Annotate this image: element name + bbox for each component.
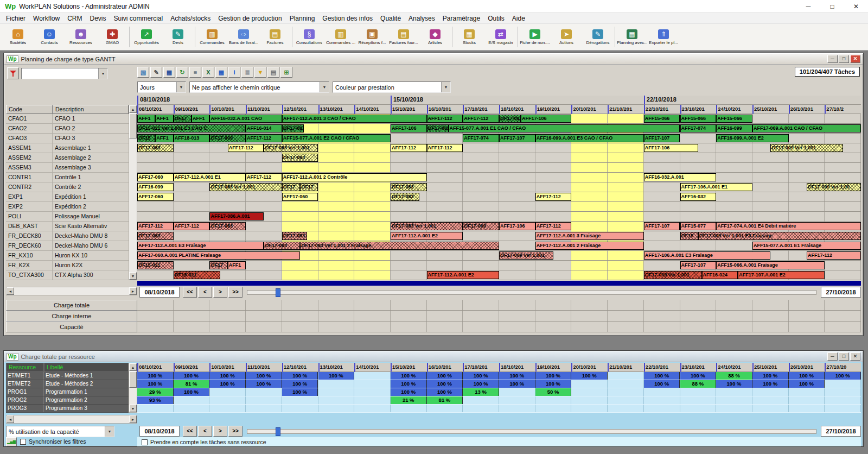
gantt-bar[interactable]: OF17 bbox=[300, 183, 318, 191]
gantt-bar[interactable]: AFF17-112 bbox=[228, 144, 264, 152]
resource-row-et-met2[interactable]: ET/MET2Etude - Méthodes 2 bbox=[6, 380, 129, 388]
gantt-bar[interactable]: AFF17-112 bbox=[427, 115, 463, 123]
gantt-bar[interactable]: AFF1 bbox=[228, 261, 246, 269]
gantt-bar[interactable]: AFF17-112 bbox=[463, 115, 499, 123]
app-minimize-button[interactable]: ─ bbox=[796, 0, 820, 12]
gantt-bar[interactable]: OF17-083 bbox=[137, 232, 174, 240]
resource-close-button[interactable]: ✕ bbox=[850, 352, 860, 361]
machine-row-contr1[interactable]: CONTR1Contrôle 1 bbox=[6, 173, 129, 182]
code-column-header[interactable]: Code bbox=[6, 105, 53, 114]
machine-row-assem2[interactable]: ASSEM2Assemblage 2 bbox=[6, 153, 129, 163]
machine-row-exp2[interactable]: EXP2Expédition 2 bbox=[6, 202, 129, 212]
toolbar-button-planning-avec[interactable]: ▦Planning avec... bbox=[616, 25, 648, 49]
gantt-bar[interactable]: AFF16-099 bbox=[716, 124, 752, 133]
save-icon[interactable]: ▦ bbox=[163, 67, 175, 78]
resource-table-vscroll[interactable]: ▲ ▼ bbox=[129, 363, 137, 413]
gantt-bar[interactable]: OF15 bbox=[680, 232, 698, 240]
gantt-bar[interactable]: AFF15-066 bbox=[716, 115, 752, 123]
gantt-nav-prev-button[interactable]: < bbox=[198, 287, 212, 298]
menu-item-outils[interactable]: Outils bbox=[484, 14, 508, 23]
scroll-left-icon[interactable]: ◄ bbox=[7, 287, 14, 295]
table-view-icon[interactable]: ▦ bbox=[215, 67, 227, 78]
toolbar-button-fiche-de-non[interactable]: ▶Fiche de non-... bbox=[519, 25, 551, 49]
scroll-up-icon[interactable]: ▲ bbox=[129, 105, 137, 113]
scroll-track[interactable] bbox=[129, 388, 137, 405]
menu-item-crm[interactable]: CRM bbox=[63, 14, 86, 23]
gantt-bar[interactable]: AFF17-086.A.001 bbox=[209, 212, 264, 220]
gantt-bar[interactable]: AFF17-112.A.001 E3 Fraisage bbox=[137, 242, 264, 250]
sync-filters-checkbox[interactable] bbox=[20, 439, 26, 445]
gantt-bar[interactable]: OF17 bbox=[209, 261, 227, 269]
resource-maximize-button[interactable]: □ bbox=[839, 352, 849, 361]
gantt-bar[interactable]: OF17-009 Ver 1.00 bbox=[807, 183, 861, 191]
toolbar-button-e-s-magasin[interactable]: ⇄E/S magasin bbox=[485, 25, 516, 49]
gantt-bar[interactable]: AFF17-074 bbox=[680, 124, 717, 133]
gantt-bar[interactable]: AFF17-106 bbox=[521, 115, 571, 123]
toolbar-button-derogations[interactable]: ✎Dérogations bbox=[582, 25, 614, 49]
gantt-bar[interactable]: OF17-009 Ver 1.001 E3 Fraisage bbox=[698, 232, 861, 240]
resource-row-et-met1[interactable]: ET/MET1Etude - Méthodes 1 bbox=[6, 372, 129, 380]
gantt-bar[interactable]: AFF17-107 bbox=[680, 261, 717, 269]
edit-icon[interactable]: ✎ bbox=[150, 67, 162, 78]
machine-row-poli[interactable]: POLIPolissage Manuel bbox=[6, 212, 129, 222]
menu-item-parametrage[interactable]: Paramétrage bbox=[439, 14, 484, 23]
menu-item-qualite[interactable]: Qualité bbox=[376, 14, 405, 23]
toolbar-button-commandes[interactable]: ▥Commandes bbox=[196, 25, 228, 49]
gantt-bar[interactable]: AFF17-112 bbox=[246, 134, 282, 142]
toolbar-button-consultations[interactable]: §Consultations bbox=[293, 25, 325, 49]
resource-nav-last-button[interactable]: >> bbox=[228, 426, 242, 437]
app-close-button[interactable]: ✕ bbox=[844, 0, 868, 12]
gantt-bar[interactable]: AFF17-106 bbox=[499, 222, 535, 230]
gantt-bar[interactable]: OF17-083 bbox=[137, 144, 174, 152]
gantt-timeline-slider[interactable] bbox=[247, 290, 816, 295]
machine-row-assem1[interactable]: ASSEM1Assemblage 1 bbox=[6, 143, 129, 153]
gantt-bar[interactable]: OF17 bbox=[282, 183, 300, 191]
machine-row-fr-deck80[interactable]: FR_DECK80Deckel-Maho DMU 8 bbox=[6, 231, 129, 241]
gantt-bar[interactable]: OF17-009 bbox=[209, 134, 246, 142]
menu-item-aide[interactable]: Aide bbox=[508, 14, 529, 23]
gantt-bar[interactable]: OF17 bbox=[174, 115, 192, 123]
gantt-bar[interactable]: AFF1 bbox=[155, 134, 173, 142]
toolbar-button-factures-four[interactable]: ▤Factures four... bbox=[388, 25, 419, 49]
toolbar-button-receptions-f[interactable]: ▣Réceptions f... bbox=[356, 25, 388, 49]
menu-item-analyses[interactable]: Analyses bbox=[405, 14, 439, 23]
gantt-bar[interactable]: AFF17-112 bbox=[535, 222, 572, 230]
info-icon[interactable]: i bbox=[228, 67, 240, 78]
gantt-bar[interactable]: OF17-009 Ver 1.001 bbox=[644, 271, 702, 279]
resource-row-prog3[interactable]: PROG3Programmation 3 bbox=[6, 405, 129, 413]
description-column-header[interactable]: Description bbox=[53, 105, 129, 114]
gantt-bar[interactable]: OF15-021 bbox=[137, 261, 174, 269]
resource-row-prog1[interactable]: PROG1Programmation 1 bbox=[6, 388, 129, 396]
gantt-bar[interactable]: AFF17-112.A.001 2 Contrôle bbox=[282, 173, 427, 181]
machine-filter-select[interactable]: ▼ bbox=[21, 68, 108, 79]
machine-row-deb-kast[interactable]: DEB_KASTScie Kasto Alternativ bbox=[6, 222, 129, 231]
resource-nav-prev-button[interactable]: < bbox=[198, 426, 212, 437]
gantt-bar[interactable]: AFF17-112 bbox=[807, 251, 861, 260]
gantt-bar[interactable]: AFF17-106 bbox=[644, 144, 698, 152]
gantt-bar[interactable]: AFF17-106.A.001 E1 bbox=[680, 183, 752, 191]
gantt-bar[interactable]: AFF17-112 bbox=[535, 193, 572, 201]
gantt-bar[interactable]: AFF16-014 bbox=[246, 124, 282, 133]
gantt-minimize-button[interactable]: ─ bbox=[827, 55, 838, 63]
gantt-bar[interactable]: AFF15-066 bbox=[680, 115, 717, 123]
gantt-bar[interactable]: OF17-083 Ver 1.001 2 Fraisage bbox=[300, 242, 499, 250]
gantt-bar[interactable]: AFF16-099.A.001 E3 CAO / CFAO bbox=[535, 134, 644, 142]
print-icon[interactable]: ≡ bbox=[189, 67, 201, 78]
resource-column-header[interactable]: Ressource bbox=[6, 363, 44, 372]
gantt-bar[interactable]: OF17-083 bbox=[282, 232, 308, 240]
gantt-bar[interactable]: AFF1 bbox=[137, 115, 155, 123]
scroll-left-icon[interactable]: ◄ bbox=[7, 415, 14, 423]
gantt-bar[interactable]: AFF17-107 bbox=[499, 134, 535, 142]
toolbar-button-factures[interactable]: ▤Factures bbox=[259, 25, 291, 49]
toolbar-button-actions[interactable]: ➤Actions bbox=[551, 25, 582, 49]
gantt-close-button[interactable]: ✕ bbox=[850, 55, 860, 63]
gantt-bar[interactable]: OF17-009 bbox=[463, 222, 499, 230]
scroll-right-icon[interactable]: ► bbox=[129, 287, 137, 295]
toolbar-button-devis[interactable]: ✎Devis bbox=[162, 25, 194, 49]
excel-export-icon[interactable]: X bbox=[202, 67, 214, 78]
machine-table-hscroll[interactable]: ◄ ► bbox=[6, 287, 137, 295]
gantt-bar[interactable]: AFF17-112 bbox=[174, 222, 210, 230]
menu-item-gestion-de-production[interactable]: Gestion de production bbox=[214, 14, 285, 23]
gantt-bar[interactable]: OF17-083 bbox=[264, 242, 300, 250]
machine-table-vscroll[interactable]: ▲ ▼ bbox=[129, 105, 137, 280]
